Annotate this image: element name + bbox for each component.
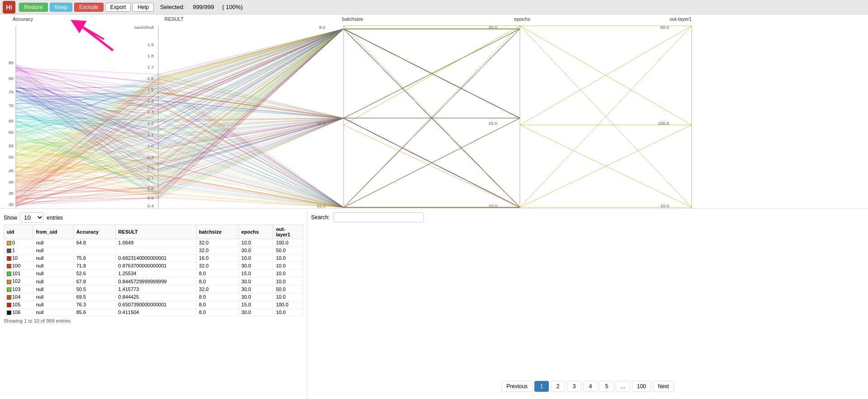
col-result: RESULT [115, 225, 196, 239]
cell-from-uid: null [33, 239, 73, 247]
cell-accuracy: 64.8 [73, 239, 115, 247]
bottom-panel: Show 10 25 50 100 entries uid from_uid A… [0, 209, 868, 399]
showing-text: Showing 1 to 10 of 999 entries [4, 318, 303, 324]
cell-batchsize: 16.0 [196, 254, 239, 262]
svg-text:45: 45 [9, 168, 14, 173]
svg-text:70: 70 [9, 103, 14, 108]
svg-text:50: 50 [9, 155, 14, 160]
app-logo: Hi [3, 1, 15, 14]
cell-uid: 100 [4, 262, 33, 270]
cell-outlayer1: 50.0 [273, 285, 303, 293]
svg-text:55: 55 [9, 143, 14, 148]
col-accuracy: Accuracy [73, 225, 115, 239]
export-button[interactable]: Export [105, 3, 131, 12]
svg-text:15.0: 15.0 [489, 121, 498, 126]
cell-uid: 0 [4, 239, 33, 247]
selected-info: Selected: 999/999 ( 100%) [160, 4, 243, 10]
cell-outlayer1: 10.0 [273, 270, 303, 277]
pagination-prev[interactable]: Previous [501, 381, 533, 392]
svg-text:75: 75 [9, 89, 14, 94]
pagination-page-3[interactable]: 3 [567, 381, 581, 392]
cell-from-uid: null [33, 285, 73, 293]
cell-result: 0.8445729999999999 [115, 277, 196, 285]
pagination-page-1[interactable]: 1 [534, 381, 549, 392]
table-row: 100 null 71.8 0.8763700000000001 32.0 30… [4, 262, 303, 270]
col-batchsize: batchsize [196, 225, 239, 239]
table-row: 105 null 76.3 0.6507390000000001 8.0 15.… [4, 300, 303, 308]
cell-uid: 106 [4, 308, 33, 316]
parallel-coords-panel[interactable]: Accuracy RESULT batchsize epochs out-lay… [0, 14, 868, 208]
svg-text:0.4: 0.4 [147, 203, 154, 208]
cell-uid: 10 [4, 254, 33, 262]
table-row: 0 null 64.8 1.0649 32.0 10.0 100.0 [4, 239, 303, 247]
svg-text:60: 60 [9, 130, 14, 135]
pagination-page-...[interactable]: ... [616, 381, 630, 392]
show-label: Show [4, 215, 17, 221]
pagination-page-2[interactable]: 2 [551, 381, 565, 392]
entries-label: entries [47, 215, 63, 221]
cell-accuracy: 52.6 [73, 270, 115, 277]
search-row: Search: [311, 212, 864, 222]
right-panel: Search: Previous12345...100Next [307, 209, 868, 399]
svg-text:30: 30 [9, 202, 14, 207]
cell-batchsize: 32.0 [196, 262, 239, 270]
selected-pct: ( 100%) [222, 4, 243, 10]
col-uid: uid [4, 225, 33, 239]
cell-uid: 101 [4, 270, 33, 277]
cell-outlayer1: 10.0 [273, 293, 303, 300]
cell-epochs: 30.0 [238, 293, 273, 300]
cell-uid: 102 [4, 277, 33, 285]
svg-text:1.8: 1.8 [147, 53, 154, 58]
cell-batchsize: 32.0 [196, 247, 239, 254]
cell-epochs: 30.0 [238, 285, 273, 293]
svg-text:40: 40 [9, 179, 14, 184]
restore-button[interactable]: Restore [19, 3, 48, 12]
show-entries-row: Show 10 25 50 100 entries [4, 212, 303, 223]
svg-text:35: 35 [9, 191, 14, 196]
cell-outlayer1: 10.0 [273, 308, 303, 316]
search-input[interactable] [333, 212, 424, 222]
cell-accuracy: 85.6 [73, 308, 115, 316]
cell-accuracy: 76.3 [73, 300, 115, 308]
svg-text:1.9: 1.9 [147, 42, 154, 47]
exclude-button[interactable]: Exclude [74, 3, 104, 12]
col-outlayer1: out-layer1 [273, 225, 303, 239]
cell-epochs: 30.0 [238, 262, 273, 270]
show-entries-select[interactable]: 10 25 50 100 [20, 212, 44, 223]
cell-result [115, 247, 196, 254]
selected-label: Selected: [160, 4, 184, 10]
cell-from-uid: null [33, 270, 73, 277]
svg-text:8.0: 8.0 [319, 25, 326, 30]
cell-accuracy: 67.8 [73, 277, 115, 285]
toolbar: Hi Restore Keep Exclude Export Help Sele… [0, 0, 868, 14]
svg-text:batchsize: batchsize [342, 16, 363, 22]
cell-from-uid: null [33, 254, 73, 262]
pagination-page-100[interactable]: 100 [632, 381, 651, 392]
help-button[interactable]: Help [132, 3, 154, 12]
table-row: 102 null 67.8 0.8445729999999999 8.0 30.… [4, 277, 303, 285]
cell-outlayer1: 10.0 [273, 254, 303, 262]
table-row: 101 null 52.6 1.25534 8.0 15.0 10.0 [4, 270, 303, 277]
search-label: Search: [311, 214, 330, 221]
keep-button[interactable]: Keep [50, 3, 72, 12]
cell-accuracy [73, 247, 115, 254]
cell-uid: 104 [4, 293, 33, 300]
pagination-next[interactable]: Next [653, 381, 674, 392]
cell-batchsize: 32.0 [196, 239, 239, 247]
cell-uid: 105 [4, 300, 33, 308]
cell-batchsize: 8.0 [196, 293, 239, 300]
cell-epochs: 30.0 [238, 247, 273, 254]
cell-epochs: 10.0 [238, 239, 273, 247]
data-table: uid from_uid Accuracy RESULT batchsize e… [4, 225, 303, 316]
data-table-section: Show 10 25 50 100 entries uid from_uid A… [0, 209, 307, 399]
cell-epochs: 15.0 [238, 300, 273, 308]
cell-batchsize: 8.0 [196, 277, 239, 285]
table-row: 10 null 75.6 0.6823140000000001 16.0 10.… [4, 254, 303, 262]
svg-text:1.7: 1.7 [147, 65, 154, 70]
table-row: 103 null 50.5 1.415773 32.0 30.0 50.0 [4, 285, 303, 293]
pagination-page-5[interactable]: 5 [599, 381, 614, 392]
cell-result: 1.415773 [115, 285, 196, 293]
svg-text:out-layer1: out-layer1 [670, 16, 692, 22]
cell-from-uid: null [33, 262, 73, 270]
pagination-page-4[interactable]: 4 [583, 381, 598, 392]
